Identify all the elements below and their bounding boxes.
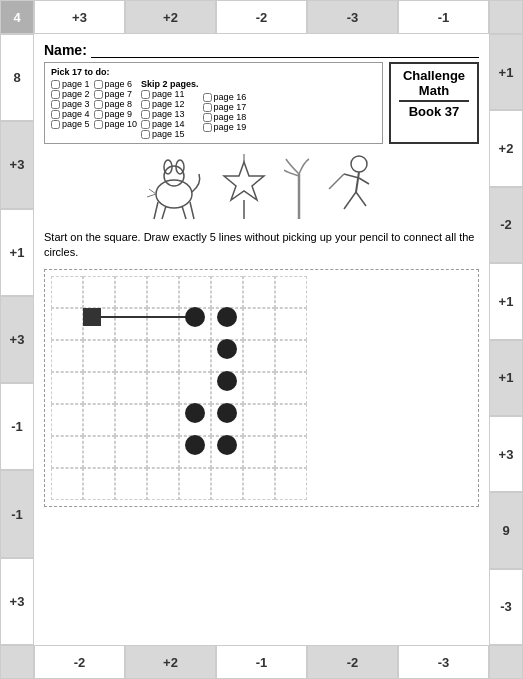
grid-cell <box>179 340 211 372</box>
left-border-col: 8 +3 +1 +3 -1 -1 +3 <box>0 34 34 645</box>
grid-cell <box>275 436 307 468</box>
checkbox[interactable] <box>94 110 103 119</box>
grid-cell <box>115 372 147 404</box>
page: 4 +3 +2 -2 -3 -1 8 +3 +1 +3 -1 -1 +3 Nam… <box>0 0 523 679</box>
challenge-title: Challenge <box>399 68 469 83</box>
svg-line-4 <box>182 206 186 219</box>
checkbox[interactable] <box>51 90 60 99</box>
skip-label: Skip 2 pages. <box>141 79 199 89</box>
checkbox[interactable] <box>51 100 60 109</box>
check-item: page 12 <box>141 99 199 109</box>
grid-cell <box>275 404 307 436</box>
checkbox[interactable] <box>203 103 212 112</box>
checkbox[interactable] <box>141 110 150 119</box>
bottom-border-row: -2 +2 -1 -2 -3 <box>0 645 523 679</box>
grid-cell <box>51 308 83 340</box>
grid-cell <box>51 468 83 500</box>
left-tile-5: -1 <box>0 470 34 557</box>
top-tile-1: +3 <box>34 0 125 34</box>
checkbox[interactable] <box>203 113 212 122</box>
puzzle-container[interactable] <box>44 269 479 507</box>
checkbox[interactable] <box>94 80 103 89</box>
check-item: page 15 <box>141 129 199 139</box>
main-area: 8 +3 +1 +3 -1 -1 +3 Name: Pick 17 to d <box>0 34 523 645</box>
grid-cell <box>179 308 211 340</box>
bottom-tile-4: -3 <box>398 645 489 679</box>
grid-cell <box>179 276 211 308</box>
check-item: page 18 <box>203 112 247 122</box>
checklist-col4: page 16 page 17 page 18 page 19 <box>203 79 247 139</box>
illustrations-row <box>44 152 479 222</box>
bottom-tile-3: -2 <box>307 645 398 679</box>
grid-cell <box>179 404 211 436</box>
right-tile-4: +1 <box>489 340 523 416</box>
grid-cell <box>179 372 211 404</box>
star-svg <box>214 154 274 222</box>
bottom-tile-1: +2 <box>125 645 216 679</box>
challenge-subtitle: Math <box>399 83 469 98</box>
checkbox[interactable] <box>51 80 60 89</box>
svg-line-2 <box>154 202 158 219</box>
grid-cell <box>243 372 275 404</box>
left-tile-2: +1 <box>0 209 34 296</box>
top-tile-5: -1 <box>398 0 489 34</box>
checkbox[interactable] <box>141 90 150 99</box>
checkbox[interactable] <box>51 110 60 119</box>
checkbox[interactable] <box>94 90 103 99</box>
check-item: page 9 <box>94 109 138 119</box>
checklist-col2: page 6 page 7 page 8 page 9 page 10 <box>94 79 138 139</box>
grid-cell <box>243 308 275 340</box>
grid-cell <box>275 468 307 500</box>
grid-cell <box>275 308 307 340</box>
grid-cell <box>275 276 307 308</box>
right-tile-2: -2 <box>489 187 523 263</box>
grid-cell <box>243 276 275 308</box>
top-border-row: 4 +3 +2 -2 -3 -1 <box>0 0 523 34</box>
right-tile-3: +1 <box>489 263 523 339</box>
grid-cell <box>147 372 179 404</box>
svg-point-1 <box>164 166 184 186</box>
grid-cell <box>243 436 275 468</box>
grid-cell <box>147 340 179 372</box>
grid-cell <box>83 404 115 436</box>
grid-cell <box>83 468 115 500</box>
grid-cell <box>147 404 179 436</box>
kid-svg <box>324 154 379 222</box>
checkbox[interactable] <box>141 120 150 129</box>
grid-cell <box>83 436 115 468</box>
puzzle-grid <box>51 276 307 500</box>
svg-marker-10 <box>224 162 264 200</box>
grid-cell <box>83 340 115 372</box>
checkbox[interactable] <box>203 123 212 132</box>
check-item: page 1 <box>51 79 90 89</box>
right-border-col: +1 +2 -2 +1 +1 +3 9 -3 <box>489 34 523 645</box>
checklist-col1: page 1 page 2 page 3 page 4 page 5 <box>51 79 90 139</box>
checkbox[interactable] <box>203 93 212 102</box>
svg-line-9 <box>147 194 156 197</box>
grid-cell <box>83 276 115 308</box>
checkbox[interactable] <box>94 100 103 109</box>
name-label: Name: <box>44 42 87 58</box>
svg-line-3 <box>162 206 166 219</box>
grid-cell <box>83 372 115 404</box>
check-item: page 8 <box>94 99 138 109</box>
name-underline[interactable] <box>91 42 479 58</box>
check-item: page 7 <box>94 89 138 99</box>
grid-cell <box>275 372 307 404</box>
challenge-book: Book 37 <box>399 100 469 119</box>
left-tile-4: -1 <box>0 383 34 470</box>
svg-line-8 <box>149 189 156 194</box>
instruction-text: Start on the square. Draw exactly 5 line… <box>44 230 479 261</box>
checkbox[interactable] <box>51 120 60 129</box>
bottom-tile-2: -1 <box>216 645 307 679</box>
left-tile-1: +3 <box>0 121 34 208</box>
checkbox[interactable] <box>141 130 150 139</box>
grid-cell <box>211 276 243 308</box>
checkbox[interactable] <box>141 100 150 109</box>
grid-cell <box>211 308 243 340</box>
top-tile-3: -2 <box>216 0 307 34</box>
center-content: Name: Pick 17 to do: page 1 page 2 <box>34 34 489 645</box>
puzzle-grid-wrapper <box>51 276 307 500</box>
checkbox[interactable] <box>94 120 103 129</box>
grid-cell <box>147 436 179 468</box>
